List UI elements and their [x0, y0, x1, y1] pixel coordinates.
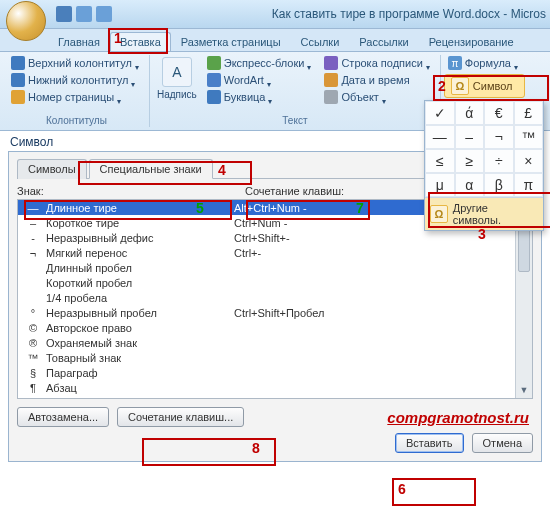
cell-symbol: ¶: [20, 382, 46, 394]
textbox-label: Надпись: [157, 89, 197, 100]
table-row[interactable]: -Неразрывный дефисCtrl+Shift+-: [18, 230, 532, 245]
table-row[interactable]: °Неразрывный пробелCtrl+Shift+Пробел: [18, 305, 532, 320]
cell-name: 1/4 пробела: [46, 292, 234, 304]
cell-symbol: ©: [20, 322, 46, 334]
symbol-cell[interactable]: €: [484, 101, 514, 125]
table-row[interactable]: Длинный пробел: [18, 260, 532, 275]
tab-insert[interactable]: Вставка: [110, 32, 171, 51]
dropcap-label: Буквица: [224, 91, 266, 103]
tab-special-chars[interactable]: Специальные знаки: [89, 159, 213, 179]
scroll-down-icon[interactable]: ▼: [516, 382, 532, 398]
table-row[interactable]: …МноготочиеAlt+Ctrl+.: [18, 395, 532, 399]
symbol-cell[interactable]: ÷: [484, 149, 514, 173]
autocorrect-button[interactable]: Автозамена...: [17, 407, 109, 427]
tab-review[interactable]: Рецензирование: [419, 32, 524, 51]
footer-icon: [11, 73, 25, 87]
group-headers-footers: Верхний колонтитул Нижний колонтитул Ном…: [4, 55, 150, 127]
table-row[interactable]: ™Товарный знак: [18, 350, 532, 365]
cell-name: Параграф: [46, 367, 234, 379]
equation-button[interactable]: πФормула: [444, 55, 525, 71]
tab-references[interactable]: Ссылки: [291, 32, 350, 51]
office-button[interactable]: [6, 1, 46, 41]
symbol-cell[interactable]: ™: [514, 125, 544, 149]
symbol-cell[interactable]: α: [455, 173, 485, 197]
cell-name: Многоточие: [46, 397, 234, 400]
group-label-text: Текст: [153, 114, 437, 127]
textbox-icon: A: [162, 57, 192, 87]
quickparts-label: Экспресс-блоки: [224, 57, 305, 69]
symbol-button[interactable]: ΩСимвол: [444, 74, 525, 98]
col-shortcut: Сочетание клавиш:: [245, 185, 344, 197]
table-row[interactable]: ©Авторское право: [18, 320, 532, 335]
object-label: Объект: [341, 91, 378, 103]
cell-name: Короткий пробел: [46, 277, 234, 289]
cell-name: Товарный знак: [46, 352, 234, 364]
cell-symbol: –: [20, 217, 46, 229]
symbol-cell[interactable]: ✓: [425, 101, 455, 125]
dropcap-button[interactable]: Буквица: [203, 89, 319, 105]
symbol-cell[interactable]: ≥: [455, 149, 485, 173]
ribbon-tabs: Главная Вставка Разметка страницы Ссылки…: [0, 29, 550, 52]
table-row[interactable]: 1/4 пробела: [18, 290, 532, 305]
footer-label: Нижний колонтитул: [28, 74, 128, 86]
cancel-button[interactable]: Отмена: [472, 433, 533, 453]
table-row[interactable]: Короткий пробел: [18, 275, 532, 290]
signature-button[interactable]: Строка подписи: [320, 55, 436, 71]
more-symbols-label: Другие символы.: [453, 202, 538, 226]
symbol-cell[interactable]: ¬: [484, 125, 514, 149]
redo-icon[interactable]: [96, 6, 112, 22]
header-button[interactable]: Верхний колонтитул: [7, 55, 146, 71]
equation-label: Формула: [465, 57, 511, 69]
symbol-grid: ✓ά€£—–¬™≤≥÷×μαβπ: [425, 101, 543, 197]
table-row[interactable]: §Параграф: [18, 365, 532, 380]
quickparts-button[interactable]: Экспресс-блоки: [203, 55, 319, 71]
col-char: Знак:: [17, 185, 245, 197]
shortcut-button[interactable]: Сочетание клавиш...: [117, 407, 244, 427]
wordart-label: WordArt: [224, 74, 264, 86]
symbol-dropdown: ✓ά€£—–¬™≤≥÷×μαβπ Ω Другие символы.: [424, 100, 544, 231]
symbol-cell[interactable]: £: [514, 101, 544, 125]
cell-name: Короткое тире: [46, 217, 234, 229]
symbol-cell[interactable]: β: [484, 173, 514, 197]
tab-layout[interactable]: Разметка страницы: [171, 32, 291, 51]
cell-symbol: -: [20, 232, 46, 244]
symbol-cell[interactable]: ≤: [425, 149, 455, 173]
symbol-cell[interactable]: μ: [425, 173, 455, 197]
table-row[interactable]: ®Охраняемый знак: [18, 335, 532, 350]
symbol-cell[interactable]: –: [455, 125, 485, 149]
datetime-label: Дата и время: [341, 74, 409, 86]
cell-name: Авторское право: [46, 322, 234, 334]
footer-button[interactable]: Нижний колонтитул: [7, 72, 146, 88]
object-button[interactable]: Объект: [320, 89, 436, 105]
signature-icon: [324, 56, 338, 70]
datetime-button[interactable]: Дата и время: [320, 72, 436, 88]
cell-symbol: —: [20, 202, 46, 214]
table-row[interactable]: ¬Мягкий переносCtrl+-: [18, 245, 532, 260]
tab-mailings[interactable]: Рассылки: [349, 32, 418, 51]
symbol-cell[interactable]: π: [514, 173, 544, 197]
cell-name: Охраняемый знак: [46, 337, 234, 349]
undo-icon[interactable]: [76, 6, 92, 22]
page-number-button[interactable]: Номер страницы: [7, 89, 146, 105]
quickparts-icon: [207, 56, 221, 70]
tab-symbols[interactable]: Символы: [17, 159, 87, 179]
cell-shortcut: Ctrl+Shift+-: [234, 232, 532, 244]
more-symbols-item[interactable]: Ω Другие символы.: [425, 197, 543, 230]
symbol-cell[interactable]: —: [425, 125, 455, 149]
cell-shortcut: Ctrl+Shift+Пробел: [234, 307, 532, 319]
insert-button[interactable]: Вставить: [395, 433, 464, 453]
symbol-cell[interactable]: ×: [514, 149, 544, 173]
cell-name: Длинное тире: [46, 202, 234, 214]
tab-home[interactable]: Главная: [48, 32, 110, 51]
symbol-cell[interactable]: ά: [455, 101, 485, 125]
wordart-button[interactable]: WordArt: [203, 72, 319, 88]
quick-access-toolbar: [56, 6, 112, 22]
save-icon[interactable]: [56, 6, 72, 22]
textbox-button[interactable]: A Надпись: [153, 55, 201, 114]
symbol-label: Символ: [473, 80, 513, 92]
group-text: A Надпись Экспресс-блоки WordArt Буквица…: [150, 55, 441, 127]
cell-symbol: …: [20, 397, 46, 400]
cell-symbol: ™: [20, 352, 46, 364]
table-row[interactable]: ¶Абзац: [18, 380, 532, 395]
object-icon: [324, 90, 338, 104]
